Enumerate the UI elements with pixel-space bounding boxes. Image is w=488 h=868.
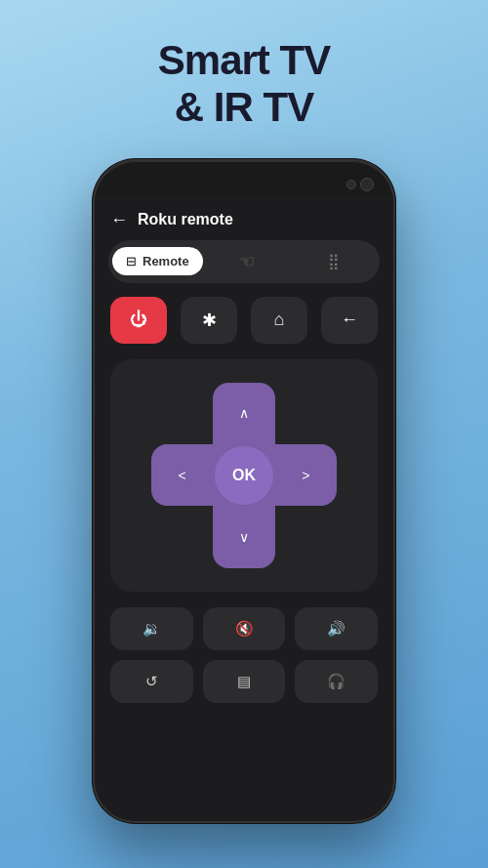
subtitles-icon: ▤	[237, 673, 251, 690]
star-icon: ✱	[202, 310, 217, 331]
volume-up-physical	[93, 298, 94, 327]
dpad-corner-bl	[151, 506, 213, 567]
vol-up-icon: 🔊	[327, 620, 346, 638]
back-icon: ←	[341, 310, 358, 330]
dpad: ∧ < OK >	[151, 383, 337, 568]
power-button[interactable]: ⏻	[110, 297, 167, 344]
media-row: 🔉 🔇 🔊	[95, 607, 393, 650]
app-header: ← Roku remote	[95, 196, 393, 240]
headphones-button[interactable]: 🎧	[295, 660, 378, 703]
dpad-cross: ∧ < OK >	[151, 383, 337, 568]
chevron-right-icon: >	[302, 468, 309, 483]
chevron-down-icon: ∨	[239, 529, 249, 545]
chevron-left-icon: <	[179, 468, 186, 483]
back-button[interactable]: ←	[110, 210, 128, 230]
dpad-ok-button[interactable]: OK	[215, 446, 273, 505]
dpad-corner-tr	[275, 383, 337, 444]
power-icon: ⏻	[130, 310, 147, 330]
mute-button[interactable]: 🔇	[203, 607, 286, 650]
bottom-row: ↺ ▤ 🎧	[95, 660, 393, 703]
app-header-title: Roku remote	[138, 211, 233, 228]
replay-button[interactable]: ↺	[110, 660, 193, 703]
phone-mockup: ← Roku remote ⊟ Remote ☜ ⣿ ⏻	[93, 159, 395, 823]
tab-remote[interactable]: ⊟ Remote	[112, 247, 203, 275]
dpad-up-button[interactable]: ∧	[213, 383, 274, 444]
tab-touch[interactable]: ☜	[205, 244, 290, 279]
dpad-corner-br	[275, 506, 337, 567]
dpad-right-button[interactable]: >	[275, 444, 337, 506]
volume-down-physical	[93, 342, 94, 371]
dpad-left-button[interactable]: <	[151, 444, 213, 506]
control-row: ⏻ ✱ ⌂ ←	[95, 297, 393, 344]
ok-label: OK	[232, 467, 256, 484]
headphones-icon: 🎧	[327, 673, 346, 690]
mute-icon: 🔇	[235, 620, 254, 638]
subtitles-button[interactable]: ▤	[203, 660, 286, 703]
dpad-container: ∧ < OK >	[110, 359, 378, 592]
star-button[interactable]: ✱	[181, 297, 237, 344]
remote-tab-label: Remote	[142, 254, 189, 269]
replay-icon: ↺	[145, 673, 158, 690]
phone-top-bar	[95, 161, 393, 196]
camera-dot-main	[360, 178, 374, 191]
tab-grid[interactable]: ⣿	[291, 245, 376, 277]
chevron-up-icon: ∧	[239, 405, 249, 421]
grid-tab-icon: ⣿	[328, 252, 340, 270]
remote-tab-icon: ⊟	[126, 254, 137, 269]
dpad-corner-tl	[151, 383, 213, 444]
vol-up-button[interactable]: 🔊	[295, 607, 378, 650]
home-icon: ⌂	[274, 310, 285, 330]
home-button[interactable]: ⌂	[251, 297, 307, 344]
vol-down-icon: 🔉	[142, 620, 161, 638]
vol-down-button[interactable]: 🔉	[110, 607, 193, 650]
back-button-ctrl[interactable]: ←	[321, 297, 378, 344]
camera-dot-1	[346, 180, 356, 189]
app-content: ← Roku remote ⊟ Remote ☜ ⣿ ⏻	[95, 196, 393, 821]
phone-shell: ← Roku remote ⊟ Remote ☜ ⣿ ⏻	[93, 159, 395, 823]
touch-tab-icon: ☜	[239, 251, 255, 272]
dpad-down-button[interactable]: ∨	[213, 506, 274, 567]
tab-bar: ⊟ Remote ☜ ⣿	[108, 240, 380, 283]
camera-area	[346, 178, 374, 191]
page-headline: Smart TV & IR TV	[158, 37, 330, 132]
